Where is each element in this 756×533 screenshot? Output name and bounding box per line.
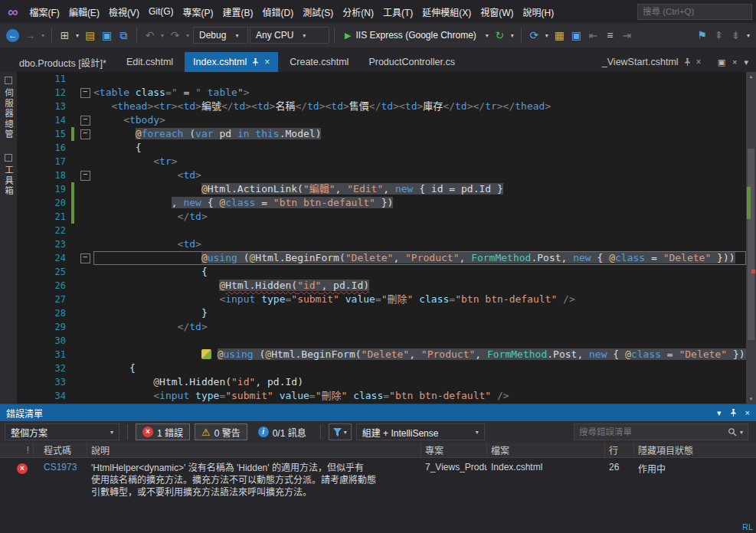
code-text[interactable]: , new { @class = "btn btn-default" }) [93,196,746,210]
line-number[interactable]: 17 [38,155,69,168]
scrollbar-thumb[interactable] [748,149,754,340]
fold-marker[interactable] [77,155,93,168]
code-column-header[interactable]: 程式碼 [34,443,87,457]
line-column-header[interactable]: 行 [605,443,634,457]
close-icon[interactable]: × [264,57,270,67]
fold-marker[interactable] [77,182,93,196]
redo-icon[interactable]: ↷ [167,27,183,44]
build-intellisense-select[interactable]: 組建 + IntelliSense ▾ [356,423,485,440]
nav-forward-icon[interactable]: → [22,27,38,44]
menu-test[interactable]: 測試(S) [298,0,338,23]
open-file-icon[interactable]: ▤ [82,27,98,44]
code-text[interactable]: @using (@Html.BeginForm("Delete", "Produ… [93,251,746,265]
nav-back-icon[interactable]: ← [6,29,19,42]
run-dropdown-icon[interactable]: ▾ [483,27,491,44]
breakpoint-margin[interactable] [17,100,38,113]
save-icon[interactable]: ▣ [99,27,115,44]
outline-icon[interactable]: ≡ [602,27,618,44]
file-column-header[interactable]: 檔案 [487,443,605,457]
code-text[interactable]: </td> [93,320,746,334]
fold-marker[interactable] [77,306,93,320]
line-number[interactable]: 24 [38,251,69,265]
fold-marker[interactable] [77,196,93,210]
code-text[interactable]: @Html.ActionLink("編輯", "Edit", new { id … [93,182,746,196]
fold-marker[interactable] [77,237,93,251]
fold-marker[interactable] [77,168,93,182]
tab-edit-cshtml[interactable]: Edit.cshtml × [118,52,182,72]
preview-window-icon[interactable]: ▣ [568,27,584,44]
fold-marker[interactable] [77,265,93,279]
menu-project[interactable]: 專案(P) [178,0,218,23]
bookmark-next-icon[interactable]: ⇟ [728,27,744,44]
tabwell-close-icon[interactable]: × [732,57,737,67]
breakpoint-margin[interactable] [17,224,38,237]
menu-tools[interactable]: 工具(T) [378,0,417,23]
quick-search-input[interactable] [643,7,747,16]
breakpoint-margin[interactable] [17,389,38,403]
code-text[interactable]: @Html.Hidden("id", pd.Id) [93,279,746,293]
editor-scrollbar[interactable]: ▲ ▼ [746,72,756,404]
breakpoint-margin[interactable] [17,320,38,334]
fold-marker[interactable] [77,389,93,403]
breakpoint-margin[interactable] [17,86,38,100]
severity-column-header[interactable]: ! [0,443,34,457]
error-list-search-box[interactable]: ▾ [574,423,748,440]
toolbox-tab[interactable]: 工具箱 [2,154,15,197]
errors-filter-button[interactable]: × 1 錯誤 [136,423,190,440]
menu-git[interactable]: Git(G) [144,0,178,23]
fold-marker[interactable] [77,210,93,224]
error-row[interactable]: × CS1973 'HtmlHelper<dynamic>' 沒有名稱為 'Hi… [0,458,756,499]
line-number[interactable]: 11 [38,72,69,86]
breakpoint-margin[interactable] [17,361,38,375]
new-file-dropdown-icon[interactable]: ▾ [74,27,81,44]
project-column-header[interactable]: 專案 [421,443,487,457]
line-number[interactable]: 28 [38,306,69,320]
new-file-icon[interactable]: ⊞ [57,27,73,44]
menu-help[interactable]: 說明(H) [519,0,559,23]
snippets-icon[interactable]: ▦ [551,27,568,44]
bookmark-icon[interactable]: ⚑ [694,27,710,44]
browser-link-refresh-icon[interactable]: ⟳ [526,27,542,44]
line-number[interactable]: 27 [38,293,69,306]
breakpoint-margin[interactable] [17,265,38,279]
code-text[interactable]: { [93,141,746,155]
fold-marker[interactable] [77,86,93,100]
scope-select[interactable]: 整個方案 ▾ [5,423,119,440]
breakpoint-margin[interactable] [17,210,38,224]
error-list-titlebar[interactable]: 錯誤清單 ▾ × [0,404,756,421]
bookmark-prev-icon[interactable]: ⇞ [711,27,727,44]
decrease-indent-icon[interactable]: ⇤ [585,27,601,44]
menu-analyze[interactable]: 分析(N) [338,0,378,23]
scroll-down-icon[interactable]: ▼ [746,394,756,404]
breakpoint-margin[interactable] [17,237,38,251]
fold-marker[interactable] [77,224,93,237]
code-editor[interactable]: 11 12 <table class=" = " table"> [17,72,756,404]
breakpoint-margin[interactable] [17,182,38,196]
fold-marker[interactable] [77,361,93,375]
line-number[interactable]: 29 [38,320,69,334]
code-text[interactable]: <input type="submit" value="刪除" class="b… [93,389,746,403]
tab-viewstart-cshtml[interactable]: _ViewStart.cshtml × [594,52,710,72]
pin-icon[interactable] [252,58,259,66]
code-text[interactable]: <td> [93,237,746,251]
close-icon[interactable]: × [696,57,702,67]
warnings-filter-button[interactable]: ⚠ 0 警告 [195,423,247,440]
code-text[interactable]: <table class=" = " table"> [93,86,746,100]
suppression-column-header[interactable]: 隱藏項目狀態 [634,443,756,457]
fold-marker[interactable] [77,100,93,113]
line-number[interactable]: 16 [38,141,69,155]
breakpoint-margin[interactable] [17,127,38,141]
line-number[interactable]: 20 [38,196,69,210]
tab-productcontroller-cs[interactable]: ProductController.cs × [360,52,463,72]
breakpoint-margin[interactable] [17,293,38,306]
line-number[interactable]: 23 [38,237,69,251]
line-number[interactable]: 21 [38,210,69,224]
breakpoint-margin[interactable] [17,72,38,86]
breakpoint-margin[interactable] [17,251,38,265]
fold-marker[interactable] [77,293,93,306]
multi-filter-button[interactable]: ▾ [329,423,352,440]
pin-icon[interactable] [684,58,691,66]
menu-extensions[interactable]: 延伸模組(X) [417,0,476,23]
server-explorer-tab[interactable]: 伺服器總管 [2,77,15,140]
save-all-icon[interactable]: ⧉ [116,27,132,44]
